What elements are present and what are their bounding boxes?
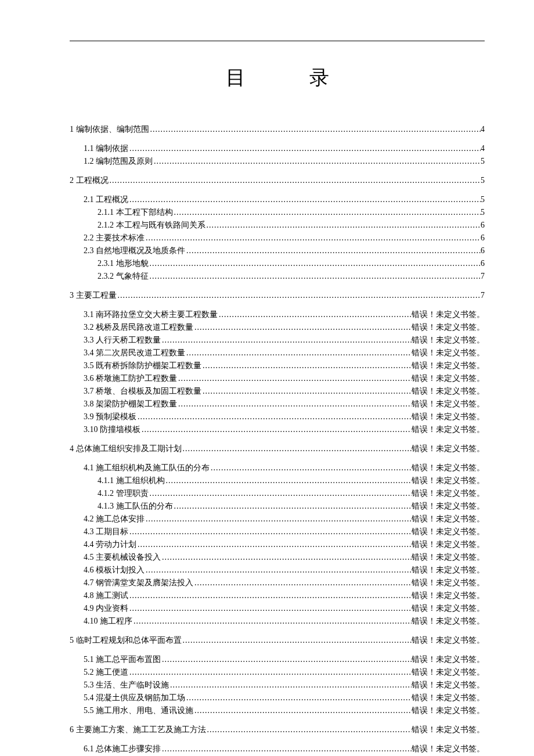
toc-entry[interactable]: 2.3.2 气象特征 7 <box>70 270 485 282</box>
toc-entry[interactable]: 4.8 施工测试 错误！未定义书签。 <box>70 589 485 602</box>
toc-leader-dots <box>128 589 412 602</box>
toc-entry-page: 5 <box>481 155 485 167</box>
toc-entry[interactable]: 2.2 主要技术标准 6 <box>70 232 485 244</box>
toc-entry[interactable]: 3.10 防撞墙模板 错误！未定义书签。 <box>70 423 485 435</box>
toc-entry[interactable]: 4.1.3 施工队伍的分布 错误！未定义书签。 <box>70 500 485 512</box>
toc-entry-page: 错误！未定义书签。 <box>412 385 485 397</box>
toc-entry[interactable]: 4.10 施工程序 错误！未定义书签。 <box>70 615 485 627</box>
toc-entry-page: 错误！未定义书签。 <box>412 704 485 717</box>
toc-entry-label: 4.7 钢管满堂支架及膺架法投入 <box>84 577 193 589</box>
toc-entry[interactable]: 3.2 栈桥及居民路改道工程数量 错误！未定义书签。 <box>70 321 485 333</box>
toc-leader-dots <box>173 206 481 218</box>
toc-entry-label: 1.2 编制范围及原则 <box>84 155 153 167</box>
toc-leader-dots <box>161 653 412 665</box>
toc-entry[interactable]: 5.2 施工便道 错误！未定义书签。 <box>70 666 485 678</box>
toc-entry[interactable]: 4.4 劳动力计划 错误！未定义书签。 <box>70 538 485 550</box>
toc-leader-dots <box>201 359 412 372</box>
toc-entry-label: 4.10 施工程序 <box>84 615 132 627</box>
toc-entry[interactable]: 1.2 编制范围及原则 5 <box>70 155 485 167</box>
toc-entry-page: 7 <box>481 270 485 282</box>
toc-entry-label: 5.2 施工便道 <box>84 666 128 678</box>
toc-entry[interactable]: 3.8 架梁防护棚架工程数量 错误！未定义书签。 <box>70 398 485 410</box>
toc-leader-dots <box>173 500 412 512</box>
toc-entry-page: 6 <box>481 232 485 244</box>
toc-leader-dots <box>193 321 412 333</box>
toc-leader-dots <box>149 123 481 135</box>
toc-entry[interactable]: 4.1 施工组织机构及施工队伍的分布 错误！未定义书签。 <box>70 462 485 474</box>
toc-leader-dots <box>182 442 412 455</box>
toc-entry-label: 2.1.2 本工程与既有铁路间关系 <box>98 219 205 231</box>
toc-leader-dots <box>128 142 481 154</box>
toc-leader-dots <box>153 155 481 167</box>
toc-leader-dots <box>128 193 481 206</box>
toc-entry[interactable]: 4.5 主要机械设备投入 错误！未定义书签。 <box>70 551 485 563</box>
toc-entry[interactable]: 5.1 施工总平面布置图 错误！未定义书签。 <box>70 653 485 665</box>
toc-entry[interactable]: 3.1 南环路拉堡立交大桥主要工程数量 错误！未定义书签。 <box>70 308 485 321</box>
toc-entry[interactable]: 2.1 工程概况 5 <box>70 193 485 206</box>
toc-entry[interactable]: 3 主要工程量 7 <box>70 289 485 301</box>
toc-entry-page: 错误！未定义书签。 <box>412 487 485 499</box>
toc-entry[interactable]: 3.6 桥墩施工防护工程数量 错误！未定义书签。 <box>70 372 485 384</box>
toc-entry[interactable]: 5.3 生活、生产临时设施 错误！未定义书签。 <box>70 679 485 691</box>
toc-entry-label: 4.8 施工测试 <box>84 589 128 602</box>
toc-leader-dots <box>149 487 412 499</box>
toc-entry[interactable]: 5.4 混凝土供应及钢筋加工场 错误！未定义书签。 <box>70 692 485 704</box>
toc-leader-dots <box>136 411 412 423</box>
toc-entry-page: 错误！未定义书签。 <box>412 398 485 410</box>
toc-entry-page: 错误！未定义书签。 <box>412 679 485 691</box>
toc-entry[interactable]: 2.3 自然地理概况及地质条件 6 <box>70 244 485 257</box>
toc-entry-label: 3 主要工程量 <box>70 289 117 301</box>
toc-entry[interactable]: 4.1.1 施工组织机构 错误！未定义书签。 <box>70 474 485 487</box>
toc-entry-label: 2.3.1 地形地貌 <box>98 257 149 269</box>
toc-entry-label: 2.1 工程概况 <box>84 193 128 206</box>
toc-entry[interactable]: 5.5 施工用水、用电、通讯设施 错误！未定义书签。 <box>70 704 485 717</box>
toc-entry[interactable]: 6 主要施工方案、施工工艺及施工方法 错误！未定义书签。 <box>70 723 485 736</box>
toc-entry-page: 错误！未定义书签。 <box>412 692 485 704</box>
toc-entry[interactable]: 2 工程概况 5 <box>70 174 485 186</box>
toc-entry-page: 5 <box>481 193 485 206</box>
toc-entry-label: 3.7 桥墩、台模板及加固工程数量 <box>84 385 201 397</box>
toc-leader-dots <box>210 462 412 474</box>
toc-entry[interactable]: 2.3.1 地形地貌 6 <box>70 257 485 269</box>
toc-entry[interactable]: 3.7 桥墩、台模板及加固工程数量 错误！未定义书签。 <box>70 385 485 397</box>
toc-entry[interactable]: 4.6 模板计划投入 错误！未定义书签。 <box>70 564 485 576</box>
toc-leader-dots <box>218 308 412 321</box>
toc-entry-page: 错误！未定义书签。 <box>412 538 485 550</box>
toc-leader-dots <box>149 257 481 269</box>
toc-entry[interactable]: 1 编制依据、编制范围 4 <box>70 123 485 135</box>
toc-entry[interactable]: 3.9 预制梁模板 错误！未定义书签。 <box>70 411 485 423</box>
toc-entry-label: 4.4 劳动力计划 <box>84 538 136 550</box>
toc-entry-label: 3.9 预制梁模板 <box>84 411 136 423</box>
toc-entry-page: 错误！未定义书签。 <box>412 589 485 602</box>
toc-entry-label: 4.9 内业资料 <box>84 602 128 614</box>
toc-entry[interactable]: 4.1.2 管理职责 错误！未定义书签。 <box>70 487 485 499</box>
toc-leader-dots <box>149 270 481 282</box>
toc-entry[interactable]: 3.3 人行天桥工程数量 错误！未定义书签。 <box>70 334 485 346</box>
toc-entry[interactable]: 4.3 工期目标 错误！未定义书签。 <box>70 525 485 538</box>
toc-entry[interactable]: 6.1 总体施工步骤安排 错误！未定义书签。 <box>70 743 485 755</box>
toc-entry-label: 5.1 施工总平面布置图 <box>84 653 161 665</box>
toc-entry-label: 3.1 南环路拉堡立交大桥主要工程数量 <box>84 308 218 321</box>
toc-entry-label: 4 总体施工组织安排及工期计划 <box>70 442 182 455</box>
toc-leader-dots <box>132 615 412 627</box>
toc-entry[interactable]: 4.2 施工总体安排 错误！未定义书签。 <box>70 513 485 525</box>
toc-leader-dots <box>145 513 412 525</box>
toc-entry[interactable]: 3.5 既有桥拆除防护棚架工程数量 错误！未定义书签。 <box>70 359 485 372</box>
toc-entry[interactable]: 3.4 第二次居民改道工程数量 错误！未定义书签。 <box>70 347 485 359</box>
toc-entry[interactable]: 2.1.2 本工程与既有铁路间关系 6 <box>70 219 485 231</box>
toc-entry[interactable]: 4.7 钢管满堂支架及膺架法投入 错误！未定义书签。 <box>70 577 485 589</box>
section-gap <box>70 283 485 289</box>
toc-leader-dots <box>145 564 412 576</box>
toc-leader-dots <box>136 538 412 550</box>
toc-entry[interactable]: 4 总体施工组织安排及工期计划 错误！未定义书签。 <box>70 442 485 455</box>
toc-entry-label: 1 编制依据、编制范围 <box>70 123 149 135</box>
toc-entry[interactable]: 5 临时工程规划和总体平面布置 错误！未定义书签。 <box>70 634 485 646</box>
toc-entry-page: 4 <box>481 142 485 154</box>
table-of-contents: 1 编制依据、编制范围 41.1 编制依据 41.2 编制范围及原则 52 工程… <box>70 123 485 755</box>
toc-leader-dots <box>117 289 481 301</box>
toc-entry[interactable]: 4.9 内业资料 错误！未定义书签。 <box>70 602 485 614</box>
toc-entry[interactable]: 2.1.1 本工程下部结构 5 <box>70 206 485 218</box>
toc-entry[interactable]: 1.1 编制依据 4 <box>70 142 485 154</box>
toc-entry-label: 5 临时工程规划和总体平面布置 <box>70 634 182 646</box>
toc-leader-dots <box>128 525 412 538</box>
